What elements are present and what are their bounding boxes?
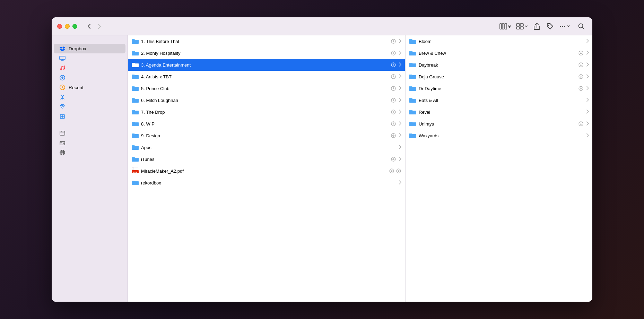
download-icon [578,121,584,127]
sidebar-item-desktop[interactable] [54,53,125,63]
file-item[interactable]: Daybreak [406,59,592,71]
file-item[interactable]: rekordbox [128,177,405,189]
chevron-icon [399,133,401,138]
sidebar-item-music[interactable] [54,63,125,73]
svg-point-8 [560,26,561,27]
recent-icon [59,84,66,90]
right-column: Bloom Brew & Chew Daybreak Deja Gruuve D… [405,35,592,302]
svg-point-13 [60,69,62,70]
chevron-icon [399,98,401,103]
file-item[interactable]: 7. The Drop [128,106,405,118]
sidebar-item-creative[interactable] [54,112,125,121]
more-button[interactable] [558,21,572,32]
file-item[interactable]: Brew & Chew [406,47,592,59]
sidebar-item-downloads[interactable] [54,73,125,83]
file-item[interactable]: Apps [128,141,405,153]
folder-icon [131,49,139,57]
svg-point-10 [564,26,565,27]
file-item[interactable]: 2. Monty Hospitality [128,47,405,59]
download-icon [396,168,401,174]
column-view-button[interactable] [498,21,513,32]
file-meta [585,110,589,114]
folder-icon [409,132,417,139]
file-name: 6. Mitch Loughnan [141,98,391,103]
dropbox-icon [59,45,66,52]
chevron-icon [399,86,401,91]
clock-icon [391,97,396,103]
sidebar-item-recent[interactable]: Recent [54,83,125,92]
network-icon [59,149,66,156]
download-icon [578,62,584,68]
search-button[interactable] [576,21,587,32]
maximize-button[interactable] [72,24,77,29]
sidebar-label-dropbox: Dropbox [69,46,86,51]
chevron-icon [586,98,589,103]
minimize-button[interactable] [65,24,70,29]
finder-window: Dropbox [52,17,592,302]
file-meta [391,121,401,127]
file-name: Daybreak [419,62,578,68]
clock-icon [391,109,396,115]
file-item[interactable]: 1. This Before That [128,35,405,47]
file-item[interactable]: Bloom [406,35,592,47]
file-item[interactable]: Dr Daytime [406,83,592,94]
music-icon [59,65,66,71]
folder-icon [131,179,139,187]
file-item[interactable]: Deja Gruuve [406,71,592,83]
share-button[interactable] [531,21,542,32]
clock-icon [391,62,396,68]
favourites-label [52,40,128,44]
tag-button[interactable] [545,21,556,32]
file-item[interactable]: PDF MiracleMaker_A2.pdf [128,165,405,177]
locations-label [52,124,128,128]
sidebar-item-network[interactable] [54,148,125,157]
file-item[interactable]: Waxyards [406,130,592,141]
chevron-icon [399,145,401,150]
folder-icon [409,73,417,80]
svg-rect-2 [505,24,507,29]
grid-view-button[interactable] [515,21,529,32]
file-item[interactable]: Unirays [406,118,592,130]
file-item[interactable]: 3. Agenda Entertainment [128,59,405,71]
sidebar-item-hd[interactable] [54,138,125,148]
file-name: MiracleMaker_A2.pdf [141,169,389,174]
clock-icon [391,50,396,56]
file-meta [389,168,401,174]
close-button[interactable] [57,24,62,29]
file-item[interactable]: 9. Design [128,130,405,141]
chevron-icon [586,86,589,91]
folder-icon [409,85,417,92]
file-item[interactable]: 8. WIP [128,118,405,130]
file-meta [391,133,401,138]
chevron-icon [586,51,589,55]
file-item[interactable]: 5. Prince Club [128,83,405,94]
file-item[interactable]: 6. Mitch Loughnan [128,94,405,106]
sidebar-item-googledrive[interactable] [54,128,125,138]
file-name: 3. Agenda Entertainment [141,62,391,68]
file-meta [585,39,589,44]
file-name: 9. Design [141,133,391,138]
back-button[interactable] [84,21,94,31]
chevron-icon [586,74,589,79]
hd-icon [59,140,66,146]
folder-icon [409,37,417,45]
sidebar-item-applications[interactable] [54,92,125,102]
download-icon [578,86,584,91]
sidebar-item-dropbox[interactable]: Dropbox [54,44,125,53]
file-item[interactable]: 4. Artists x TBT [128,71,405,83]
file-meta [398,180,401,185]
folder-icon [131,85,139,92]
file-meta [578,50,589,56]
svg-rect-0 [500,24,502,29]
file-name: Revel [419,110,585,115]
folder-icon [131,73,139,80]
airdrop-icon [59,104,66,110]
file-item[interactable]: Eats & All [406,94,592,106]
chevron-icon [586,110,589,114]
svg-rect-1 [502,24,504,29]
download-icon [389,168,394,174]
forward-button[interactable] [95,21,104,31]
sidebar-item-airdrop[interactable] [54,102,125,112]
file-item[interactable]: Revel [406,106,592,118]
file-item[interactable]: iTunes [128,153,405,165]
